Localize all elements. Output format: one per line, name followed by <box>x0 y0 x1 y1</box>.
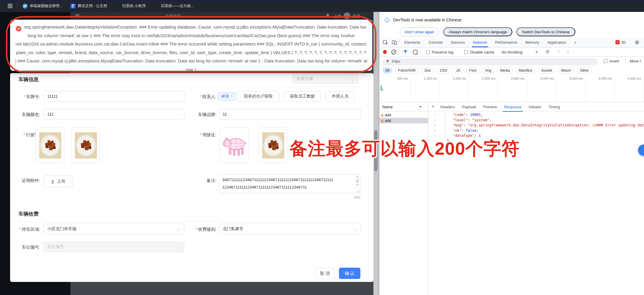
record-network-icon[interactable] <box>383 50 387 54</box>
preserve-log-label[interactable]: Preserve log <box>432 50 453 54</box>
contact-source-button[interactable]: 获取员工数据 <box>284 91 321 102</box>
bookmark-item[interactable]: 幸福家园物业管理... <box>23 4 62 9</box>
request-type-chip[interactable]: Other <box>577 67 592 73</box>
required-asterisk: * <box>195 227 197 232</box>
driver-license-photo-1[interactable] <box>220 127 249 163</box>
request-type-chip[interactable]: Font <box>466 67 479 73</box>
network-conditions-icon[interactable] <box>545 49 550 54</box>
bookmark-item[interactable]: 旧系统-小程序 <box>115 4 146 9</box>
parking-area-label: *停车区域: <box>10 227 40 232</box>
search-icon[interactable] <box>413 50 418 55</box>
network-filter-input[interactable] <box>382 58 598 65</box>
invert-label[interactable]: Invert <box>610 59 619 63</box>
upload-button[interactable]: 上传 <box>43 175 73 187</box>
vehicle-type-value: 私家车辆 <box>296 76 313 81</box>
parking-area-select[interactable]: 小区北门停车场 <box>43 224 184 234</box>
timeline-tick-label: 2,000 ms <box>467 77 496 80</box>
vehicle-form-card: 车辆信息 私家车辆 *车牌号: *联系人: 褚强 × 现有的住户获取 获取员工数… <box>10 73 373 282</box>
request-row[interactable]: {} add <box>379 118 428 123</box>
remark-char-counter: 200 <box>331 195 360 200</box>
request-type-chip[interactable]: CSS <box>437 67 450 73</box>
apps-grid-icon[interactable] <box>8 4 12 8</box>
fee-rule-label: *收费规则: <box>187 227 216 232</box>
more-filters-label[interactable]: More f <box>630 59 641 63</box>
scroll-up-icon[interactable]: ▲ <box>356 176 359 178</box>
inspect-element-icon[interactable] <box>383 40 388 45</box>
devtools-tab[interactable]: Application <box>547 37 566 47</box>
parking-spot-select[interactable]: 车位编号 <box>43 241 184 252</box>
driver-license-photo-2[interactable] <box>258 127 288 163</box>
name-column-header[interactable]: Name <box>382 105 393 109</box>
clear-network-icon[interactable] <box>391 50 396 55</box>
breadcrumb: 车辆管理 <box>165 13 181 19</box>
preserve-log-checkbox[interactable] <box>426 50 430 54</box>
request-type-chip[interactable]: All <box>382 67 392 73</box>
devtools-tab[interactable]: Console <box>428 37 443 47</box>
import-har-icon[interactable]: ↑ <box>558 49 560 54</box>
request-type-chip[interactable]: Manifest <box>516 67 535 73</box>
devtools-tab[interactable]: Performance <box>495 37 517 47</box>
textarea-scrollbar-thumb[interactable] <box>356 179 359 183</box>
request-type-chip[interactable]: Wasm <box>558 67 574 73</box>
remark-textarea[interactable]: 3467111111234671111112346711111123467111… <box>219 174 360 193</box>
contact-source-button[interactable]: 现有的住户获取 <box>238 91 279 102</box>
disable-cache-label[interactable]: Disable cache <box>470 50 494 54</box>
fee-rule-select[interactable]: 北门私家车 <box>219 224 361 234</box>
detail-tab[interactable]: Headers <box>440 102 455 112</box>
devtools-tab[interactable]: Memory <box>525 37 539 47</box>
fold-marker-icon[interactable]: - <box>428 128 446 134</box>
request-type-chip[interactable]: Img <box>482 67 494 73</box>
bookmark-item[interactable]: 旧系统——活力家... <box>154 4 194 9</box>
fold-marker-icon[interactable]: - <box>428 112 446 118</box>
infobar-button[interactable]: Don't show again <box>400 27 439 36</box>
close-detail-icon[interactable]: × <box>432 104 434 109</box>
devtools-tab[interactable]: » <box>574 37 576 47</box>
throttling-select[interactable]: No throttling <box>502 50 522 54</box>
brand-input[interactable] <box>219 109 361 120</box>
request-name: add <box>385 113 391 117</box>
request-type-chip[interactable]: Doc <box>422 67 434 73</box>
infobar-button[interactable]: Always match Chrome's language <box>443 27 512 36</box>
tag-close-icon[interactable]: × <box>231 94 233 98</box>
filter-funnel-icon[interactable] <box>403 50 408 54</box>
drive-license-photo-1[interactable] <box>35 127 65 163</box>
detail-tab[interactable]: Response <box>504 102 522 112</box>
drive-license-photo-2[interactable] <box>71 127 100 163</box>
fold-marker-icon[interactable]: - <box>428 118 446 123</box>
confirm-button[interactable]: 确 认 <box>339 268 360 279</box>
attachment-label: 证明附件: <box>10 178 40 183</box>
request-type-chip[interactable]: Fetch/XHR <box>395 67 419 73</box>
export-har-icon[interactable]: ↓ <box>567 49 569 54</box>
contact-tag[interactable]: 褚强 × <box>218 92 236 101</box>
plate-input[interactable] <box>43 91 184 102</box>
vehicle-type-select[interactable]: 私家车辆 <box>293 74 359 84</box>
bookmark-item[interactable]: 腾讯文档 - 云文档 <box>70 4 107 9</box>
fold-marker-icon[interactable]: - <box>428 123 446 128</box>
scroll-down-icon[interactable]: ▼ <box>356 184 359 186</box>
devtools-tab[interactable]: Sources <box>451 37 465 47</box>
sort-desc-icon[interactable] <box>419 106 422 108</box>
color-input[interactable] <box>43 109 184 120</box>
parking-spot-label: 车位编号: <box>10 244 40 250</box>
request-type-chip[interactable]: JS <box>453 67 463 73</box>
error-count-icon[interactable]: × <box>615 40 620 44</box>
devtools-tab[interactable]: Elements <box>404 37 420 47</box>
bookmark-favicon-icon <box>23 4 28 9</box>
detail-tab[interactable]: Preview <box>483 102 497 112</box>
disable-cache-checkbox[interactable] <box>464 50 468 54</box>
detail-tab[interactable]: Initiator <box>529 102 541 112</box>
infobar-button[interactable]: Switch DevTools to Chinese <box>516 27 575 36</box>
detail-tab[interactable]: Timing <box>549 102 560 112</box>
device-toolbar-icon[interactable] <box>392 40 397 45</box>
detail-tab[interactable]: Payload <box>462 102 476 112</box>
parking-spot-placeholder: 车位编号 <box>47 244 64 250</box>
cancel-button[interactable]: 取 消 <box>315 268 335 279</box>
invert-checkbox[interactable] <box>604 59 607 63</box>
contact-source-button[interactable]: 外部人员 <box>326 91 355 102</box>
request-type-chip[interactable]: Socket <box>538 67 555 73</box>
request-type-chip[interactable]: Media <box>497 67 513 73</box>
detail-tabs: Headers Payload Preview Response Initiat… <box>440 103 560 111</box>
request-row[interactable]: {} add <box>379 112 428 118</box>
devtools-tab[interactable]: Network <box>473 37 487 47</box>
settings-gear-icon[interactable] <box>634 40 640 45</box>
